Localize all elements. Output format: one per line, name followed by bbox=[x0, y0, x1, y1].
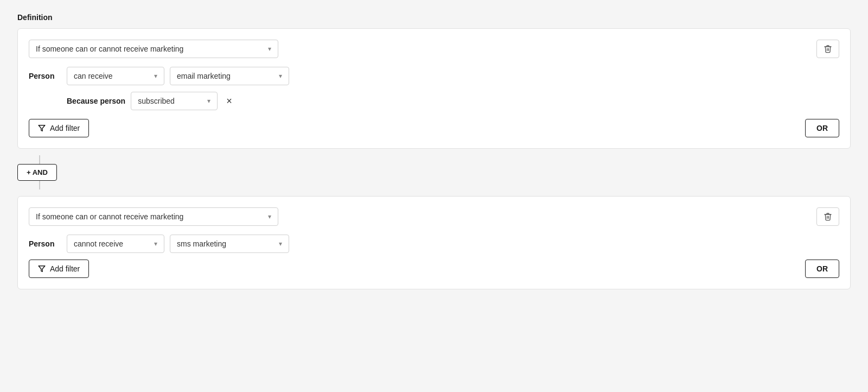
because-close-button-1[interactable]: × bbox=[223, 95, 235, 107]
because-select-1[interactable]: subscribed ▾ bbox=[131, 92, 218, 110]
condition-block-1: If someone can or cannot receive marketi… bbox=[17, 28, 851, 149]
svg-marker-0 bbox=[39, 125, 45, 131]
and-connector: + AND bbox=[17, 155, 851, 189]
marketing-select-value-2: sms marketing bbox=[177, 239, 226, 248]
marketing-select-value-1: email marketing bbox=[177, 72, 231, 80]
because-chevron-1: ▾ bbox=[207, 97, 210, 105]
definition-label: Definition bbox=[17, 13, 851, 22]
marketing-select-2[interactable]: sms marketing ▾ bbox=[170, 235, 289, 253]
receive-select-1[interactable]: can receive ▾ bbox=[67, 67, 164, 85]
close-icon-1: × bbox=[226, 96, 232, 106]
condition-type-select-2[interactable]: If someone can or cannot receive marketi… bbox=[29, 207, 278, 226]
condition-header-2: If someone can or cannot receive marketi… bbox=[29, 207, 839, 226]
marketing-select-1[interactable]: email marketing ▾ bbox=[170, 67, 289, 85]
or-button-1[interactable]: OR bbox=[805, 119, 839, 137]
receive-select-2[interactable]: cannot receive ▾ bbox=[67, 235, 164, 253]
add-filter-button-2[interactable]: Add filter bbox=[29, 260, 89, 278]
or-label-2: OR bbox=[816, 264, 828, 273]
definition-section: Definition If someone can or cannot rece… bbox=[17, 13, 851, 289]
marketing-chevron-2: ▾ bbox=[279, 240, 282, 248]
delete-button-2[interactable] bbox=[816, 207, 839, 226]
receive-select-value-2: cannot receive bbox=[74, 239, 123, 248]
bottom-row-2: Add filter OR bbox=[29, 260, 839, 278]
because-select-value-1: subscribed bbox=[138, 97, 175, 105]
connector-line-bottom bbox=[39, 181, 40, 189]
or-button-2[interactable]: OR bbox=[805, 260, 839, 278]
marketing-chevron-1: ▾ bbox=[279, 72, 282, 80]
condition-type-label-2: If someone can or cannot receive marketi… bbox=[36, 212, 183, 221]
add-filter-button-1[interactable]: Add filter bbox=[29, 119, 89, 137]
svg-marker-1 bbox=[39, 266, 45, 272]
condition-type-label-1: If someone can or cannot receive marketi… bbox=[36, 45, 183, 53]
person-row-2: Person cannot receive ▾ sms marketing ▾ bbox=[29, 235, 839, 253]
condition-type-select-1[interactable]: If someone can or cannot receive marketi… bbox=[29, 40, 278, 58]
person-label-1: Person bbox=[29, 72, 61, 80]
filter-icon-1 bbox=[38, 124, 46, 132]
bottom-row-1: Add filter OR bbox=[29, 119, 839, 137]
connector-line-top bbox=[39, 155, 40, 164]
add-filter-label-1: Add filter bbox=[50, 124, 80, 132]
and-label: + AND bbox=[27, 168, 48, 176]
filter-icon-2 bbox=[38, 265, 46, 273]
or-label-1: OR bbox=[816, 124, 828, 132]
because-row-1: Because person subscribed ▾ × bbox=[29, 92, 839, 110]
chevron-icon-2: ▾ bbox=[268, 213, 271, 220]
chevron-icon-1: ▾ bbox=[268, 45, 271, 53]
receive-select-value-1: can receive bbox=[74, 72, 113, 80]
and-button[interactable]: + AND bbox=[17, 164, 57, 181]
delete-button-1[interactable] bbox=[816, 40, 839, 58]
condition-header-1: If someone can or cannot receive marketi… bbox=[29, 40, 839, 58]
receive-chevron-1: ▾ bbox=[154, 72, 157, 80]
receive-chevron-2: ▾ bbox=[154, 240, 157, 248]
add-filter-label-2: Add filter bbox=[50, 264, 80, 273]
person-label-2: Person bbox=[29, 239, 61, 248]
person-row-1: Person can receive ▾ email marketing ▾ bbox=[29, 67, 839, 85]
condition-block-2: If someone can or cannot receive marketi… bbox=[17, 196, 851, 289]
because-label-1: Because person bbox=[67, 97, 125, 105]
